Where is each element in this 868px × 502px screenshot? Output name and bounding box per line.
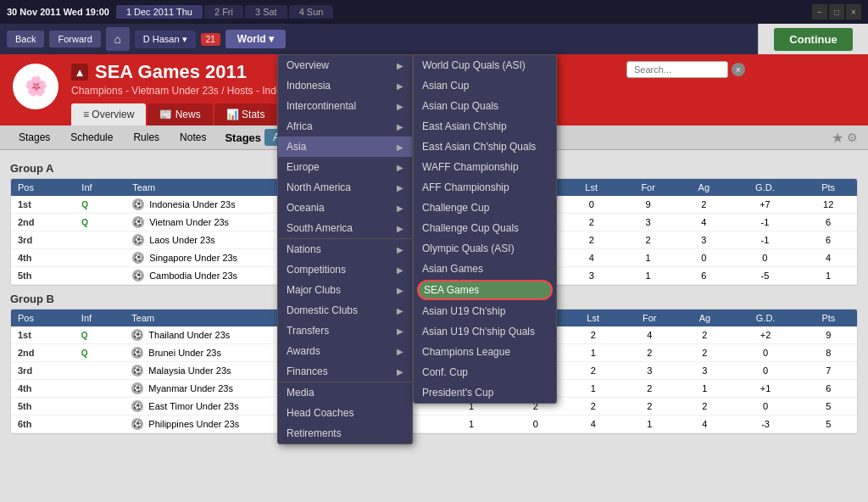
- favorite-button[interactable]: ★: [832, 130, 843, 146]
- notifications-button[interactable]: 21: [201, 33, 220, 46]
- table-row[interactable]: 3rd ⚽ Malaysia Under 23s 5 2 1 2 3 3 0 7: [11, 362, 857, 380]
- table-row[interactable]: 5th ⚽ East Timor Under 23s 5 1 2 2 2 2 0…: [11, 398, 857, 416]
- header-tabs: ≡ Overview 📰 News 📊 Stats 🛡 Teams 🏅 Awar…: [71, 103, 858, 126]
- col-inf: Inf: [75, 179, 125, 196]
- datetime-display: 30 Nov 2011 Wed 19:00: [7, 7, 109, 17]
- menu-item-domestic-clubs[interactable]: Domestic Clubs▶: [278, 300, 412, 321]
- competition-logo: 🌸: [10, 61, 61, 112]
- menu-item-oceania[interactable]: Oceania▶: [278, 198, 412, 218]
- col-pos-b: Pos: [11, 310, 75, 326]
- team-name: Laos Under 23s: [149, 235, 215, 245]
- search-clear-button[interactable]: ×: [732, 63, 745, 76]
- col-lst-b: Lst: [565, 310, 620, 326]
- world-menu-button[interactable]: World ▾: [225, 30, 286, 48]
- table-row[interactable]: 4th ⚽ Singapore Under 23s 4 1 0 4 1 0 0 …: [11, 249, 857, 267]
- table-row[interactable]: 1st Q ⚽ Thailand Under 23s 5 3 0 2 4 2 +…: [11, 326, 857, 344]
- world-dropdown: Overview▶ Indonesia▶ Intercontinental▶ A…: [277, 54, 413, 444]
- pos-cell: 3rd: [11, 231, 75, 249]
- date-tab-1[interactable]: 1 Dec 2011 Thu: [116, 5, 203, 19]
- qual-cell: Q: [75, 214, 125, 231]
- subtab-rules[interactable]: Rules: [125, 129, 168, 146]
- subtab-notes[interactable]: Notes: [171, 129, 214, 146]
- menu-item-asia[interactable]: Asia▶: [278, 137, 412, 157]
- pos-cell: 1st: [11, 326, 75, 344]
- tab-news[interactable]: 📰 News: [147, 103, 212, 126]
- team-icon: ⚽: [132, 198, 144, 210]
- qual-cell: [75, 362, 125, 380]
- toggle-button[interactable]: ▲: [71, 64, 88, 81]
- close-button[interactable]: ×: [846, 4, 861, 20]
- table-row[interactable]: 2nd Q ⚽ Brunei Under 23s 5 2 2 1 2 2 0 8: [11, 344, 857, 362]
- team-name: Singapore Under 23s: [149, 253, 237, 263]
- user-button[interactable]: D Hasan ▾: [135, 31, 196, 48]
- menu-item-finances[interactable]: Finances▶: [278, 361, 412, 382]
- team-name: Vietnam Under 23s: [149, 217, 229, 227]
- pos-cell: 6th: [11, 416, 75, 433]
- maximize-button[interactable]: □: [829, 4, 844, 20]
- date-tab-4[interactable]: 4 Sun: [289, 5, 334, 19]
- group-b-title: Group B: [10, 293, 858, 305]
- menu-item-europe[interactable]: Europe▶: [278, 157, 412, 177]
- competition-title: SEA Games 2011: [95, 61, 247, 83]
- pos-cell: 3rd: [11, 362, 75, 380]
- continue-button[interactable]: Continue: [774, 28, 852, 51]
- minimize-button[interactable]: −: [812, 4, 827, 20]
- table-row[interactable]: 2nd Q ⚽ Vietnam Under 23s 4 2 0 2 3 4 -1…: [11, 214, 857, 231]
- qual-cell: Q: [75, 326, 125, 344]
- col-drn-b: Drn: [505, 310, 565, 326]
- table-row[interactable]: 4th ⚽ Myanmar Under 23s 5 1 3 1 2 1 +1 6: [11, 380, 857, 398]
- table-row[interactable]: 6th ⚽ Philippines Under 23s 5 1 0 4 1 4 …: [11, 416, 857, 433]
- menu-item-indonesia[interactable]: Indonesia▶: [278, 75, 412, 96]
- col-pts: Pts: [799, 179, 857, 196]
- menu-item-transfers[interactable]: Transfers▶: [278, 321, 412, 341]
- team-icon: ⚽: [132, 270, 144, 282]
- team-icon: ⚽: [131, 329, 143, 341]
- date-tab-3[interactable]: 3 Sat: [245, 5, 287, 19]
- competition-header: 🌸 ▲ SEA Games 2011 Champions - Vietnam U…: [0, 54, 868, 126]
- qual-cell: [75, 249, 125, 267]
- subtab-schedule[interactable]: Schedule: [62, 129, 121, 146]
- tab-history[interactable]: 📋 History: [420, 103, 492, 126]
- pos-cell: 2nd: [11, 214, 75, 231]
- team-name: Malaysia Under 23s: [148, 365, 231, 376]
- menu-item-north-america[interactable]: North America▶: [278, 177, 412, 198]
- sub-tabs: Stages Schedule Rules Notes Stages All ★…: [0, 126, 868, 150]
- team-icon: ⚽: [132, 216, 144, 228]
- forward-button[interactable]: Forward: [49, 31, 100, 47]
- menu-item-overview[interactable]: Overview▶: [278, 55, 412, 75]
- menu-item-south-america[interactable]: South America▶: [278, 218, 412, 238]
- date-tab-2[interactable]: 2 Fri: [204, 5, 243, 19]
- table-row[interactable]: 3rd ⚽ Laos Under 23s 4 2 0 2 2 3 -1 6: [11, 231, 857, 249]
- pos-cell: 2nd: [11, 344, 75, 362]
- table-row[interactable]: 5th ⚽ Cambodia Under 23s 4 0 1 3 1 6 -5 …: [11, 267, 857, 285]
- tab-overview[interactable]: ≡ Overview: [71, 103, 146, 126]
- team-name: Cambodia Under 23s: [149, 271, 237, 281]
- search-input[interactable]: [626, 61, 728, 78]
- qual-cell: Q: [75, 196, 125, 214]
- menu-item-competitions[interactable]: Competitions▶: [278, 259, 412, 280]
- team-name: Thailand Under 23s: [148, 330, 230, 340]
- col-drn: Drn: [504, 179, 564, 196]
- group-a-table: Pos Inf Team Pld Won Drn Lst For Ag G.D.…: [10, 178, 858, 286]
- menu-item-africa[interactable]: Africa▶: [278, 116, 412, 137]
- subtab-stages[interactable]: Stages: [10, 129, 58, 146]
- tab-stats[interactable]: 📊 Stats: [214, 103, 277, 126]
- col-pts-b: Pts: [800, 310, 857, 326]
- menu-item-media[interactable]: Media: [278, 382, 412, 403]
- home-button[interactable]: ⌂: [106, 27, 130, 51]
- qual-cell: [75, 398, 125, 416]
- menu-item-head-coaches[interactable]: Head Coaches: [278, 403, 412, 423]
- team-icon: ⚽: [131, 418, 143, 430]
- menu-item-retirements[interactable]: Retirements: [278, 423, 412, 443]
- col-lst: Lst: [564, 179, 619, 196]
- col-won: Won: [434, 179, 503, 196]
- menu-item-major-clubs[interactable]: Major Clubs▶: [278, 280, 412, 300]
- navbar: Back Forward ⌂ D Hasan ▾ 21 World ▾ ? FM…: [0, 24, 868, 54]
- settings-button[interactable]: ⚙: [847, 131, 858, 144]
- menu-item-intercontinental[interactable]: Intercontinental▶: [278, 96, 412, 116]
- menu-item-nations[interactable]: Nations▶: [278, 239, 412, 259]
- col-won-b: Won: [437, 310, 506, 326]
- table-row[interactable]: 1st Q ⚽ Indonesia Under 23s 4 4 0 0 9 2 …: [11, 196, 857, 214]
- back-button[interactable]: Back: [7, 31, 44, 47]
- menu-item-awards[interactable]: Awards▶: [278, 341, 412, 361]
